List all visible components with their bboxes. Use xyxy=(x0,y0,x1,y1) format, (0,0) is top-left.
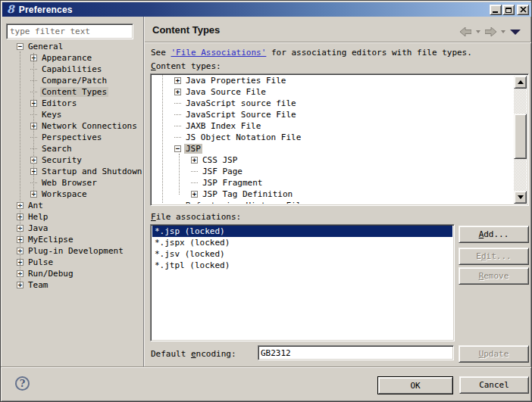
tree-item-js-object-notation-file[interactable]: JS Object Notation File xyxy=(152,132,514,143)
maximize-icon xyxy=(505,8,512,13)
forward-arrow-icon[interactable] xyxy=(485,27,496,36)
tree-item-java[interactable]: +Java xyxy=(2,223,142,234)
cancel-button[interactable]: Cancel xyxy=(459,376,529,394)
see-suffix: for associating editors with file types. xyxy=(266,48,472,58)
tree-item-jsp[interactable]: −JSP xyxy=(152,143,514,154)
close-button[interactable] xyxy=(517,5,529,15)
tree-item-label: CSS JSP xyxy=(201,155,239,165)
scrollbar-thumb[interactable] xyxy=(514,114,527,159)
tree-item-label: Perspectives xyxy=(40,132,103,142)
tree-item-keys[interactable]: Keys xyxy=(2,109,142,120)
tree-item-security[interactable]: +Security xyxy=(2,154,142,166)
collapse-minus-icon[interactable]: − xyxy=(17,43,23,50)
tree-item-label: Pulse xyxy=(27,257,55,267)
expand-plus-icon[interactable]: + xyxy=(174,89,181,95)
file-associations-link[interactable]: 'File Associations' xyxy=(171,48,267,58)
tree-item-ant[interactable]: +Ant xyxy=(2,200,142,211)
tree-item-label: Network Connections xyxy=(40,121,139,131)
scroll-down-icon xyxy=(518,195,524,199)
maximize-button[interactable] xyxy=(502,5,515,15)
tree-item-label: JSF Page xyxy=(201,167,244,176)
file-association-item-jspx-locked[interactable]: *.jspx (locked) xyxy=(152,237,452,248)
tree-item-general[interactable]: −General xyxy=(2,41,142,52)
file-association-item-jsp-locked[interactable]: *.jsp (locked) xyxy=(152,226,452,237)
tree-guide-line xyxy=(33,53,34,195)
page-navigation xyxy=(460,26,528,37)
file-associations-label: File associations: xyxy=(151,212,241,222)
back-history-dropdown-icon[interactable] xyxy=(476,30,480,33)
tree-item-jaxb-index-file[interactable]: JAXB Index File xyxy=(152,120,514,132)
titlebar[interactable]: 8 Preferences xyxy=(2,2,531,17)
tree-item-jsp-fragment[interactable]: JSP Fragment xyxy=(152,177,514,189)
tree-item-java-properties-file[interactable]: +Java Properties File xyxy=(152,75,514,86)
update-button[interactable]: Update xyxy=(458,345,529,363)
preferences-dialog: 8 Preferences −General+AppearanceCapabil… xyxy=(0,0,532,402)
tree-item-label: Ant xyxy=(27,201,45,210)
tree-item-team[interactable]: +Team xyxy=(2,279,142,291)
tree-item-network-connections[interactable]: +Network Connections xyxy=(2,120,142,132)
tree-item-java-source-file[interactable]: +Java Source File xyxy=(152,86,514,98)
tree-item-perspectives[interactable]: Perspectives xyxy=(2,132,142,143)
tree-item-css-jsp[interactable]: +CSS JSP xyxy=(152,154,514,166)
file-association-item-jsv-locked[interactable]: *.jsv (locked) xyxy=(152,248,452,260)
forward-history-dropdown-icon[interactable] xyxy=(501,30,505,33)
tree-item-label: JavaScript source file xyxy=(184,98,298,108)
tree-item-label: Search xyxy=(40,144,74,154)
filter-input[interactable] xyxy=(6,23,133,39)
help-button[interactable]: ? xyxy=(15,376,30,391)
content-types-label: Content types: xyxy=(151,61,221,71)
tree-item-label: Java Source File xyxy=(184,87,268,97)
tree-item-refactoring-history-file[interactable]: Refactoring History File xyxy=(152,200,514,204)
tree-item-capabilities[interactable]: Capabilities xyxy=(2,64,142,75)
tree-item-jsp-tag-definition[interactable]: +JSP Tag Definition xyxy=(152,189,514,200)
add-button[interactable]: Add... xyxy=(458,226,529,243)
tree-item-pulse[interactable]: +Pulse xyxy=(2,257,142,268)
scroll-down-button[interactable] xyxy=(514,191,527,204)
tree-item-plug-in-development[interactable]: +Plug-in Development xyxy=(2,245,142,257)
header-separator xyxy=(145,42,531,43)
close-icon xyxy=(520,7,527,13)
file-associations-list[interactable]: *.jsp (locked)*.jspx (locked)*.jsv (lock… xyxy=(150,224,455,341)
ok-button[interactable]: OK xyxy=(377,376,453,394)
description-text: See 'File Associations' for associating … xyxy=(151,48,472,58)
tree-item-search[interactable]: Search xyxy=(2,143,142,154)
file-associations-rows: *.jsp (locked)*.jspx (locked)*.jsv (lock… xyxy=(152,226,452,339)
tree-item-help[interactable]: +Help xyxy=(2,211,142,223)
tree-item-myeclipse[interactable]: +MyEclipse xyxy=(2,234,142,245)
edit-button[interactable]: Edit... xyxy=(458,248,529,265)
file-association-item-jtpl-locked[interactable]: *.jtpl (locked) xyxy=(152,260,452,271)
tree-item-run-debug[interactable]: +Run/Debug xyxy=(2,268,142,279)
tree-item-label: JSP xyxy=(184,144,202,154)
content-types-list[interactable]: +Java Properties File+Java Source FileJa… xyxy=(150,73,529,206)
tree-item-label: Web Browser xyxy=(40,178,99,188)
expand-plus-icon[interactable]: + xyxy=(191,157,198,164)
tree-item-appearance[interactable]: +Appearance xyxy=(2,52,142,64)
tree-item-label: Compare/Patch xyxy=(40,76,108,86)
remove-button[interactable]: Remove xyxy=(458,267,529,285)
tree-item-workspace[interactable]: +Workspace xyxy=(2,189,142,200)
tree-item-startup-and-shutdown[interactable]: +Startup and Shutdown xyxy=(2,166,142,177)
tree-item-label: Help xyxy=(27,212,50,222)
tree-item-web-browser[interactable]: Web Browser xyxy=(2,177,142,189)
tree-item-javascript-source-file[interactable]: JavaScript Source File xyxy=(152,109,514,120)
tree-item-label: JavaScript Source File xyxy=(184,110,298,120)
vertical-scrollbar[interactable] xyxy=(514,76,527,204)
expand-plus-icon[interactable]: + xyxy=(174,77,181,84)
default-encoding-input[interactable] xyxy=(258,345,454,360)
tree-item-label: JS Object Notation File xyxy=(184,132,302,142)
expand-plus-icon[interactable]: + xyxy=(191,191,198,198)
panel-divider[interactable] xyxy=(143,17,145,366)
minimize-button[interactable] xyxy=(490,5,502,15)
back-arrow-icon[interactable] xyxy=(460,27,471,36)
collapse-minus-icon[interactable]: − xyxy=(174,145,181,152)
scroll-up-button[interactable] xyxy=(514,76,527,89)
tree-item-jsf-page[interactable]: JSF Page xyxy=(152,166,514,177)
tree-item-editors[interactable]: +Editors xyxy=(2,98,142,109)
tree-item-compare-patch[interactable]: Compare/Patch xyxy=(2,75,142,86)
help-icon: ? xyxy=(20,378,26,389)
tree-item-label: JSP Tag Definition xyxy=(201,189,294,199)
tree-item-label: Capabilities xyxy=(40,64,103,74)
tree-item-content-types[interactable]: Content Types xyxy=(2,86,142,98)
tree-item-javascript-source-file[interactable]: JavaScript source file xyxy=(152,98,514,109)
view-menu-icon[interactable] xyxy=(510,30,521,35)
